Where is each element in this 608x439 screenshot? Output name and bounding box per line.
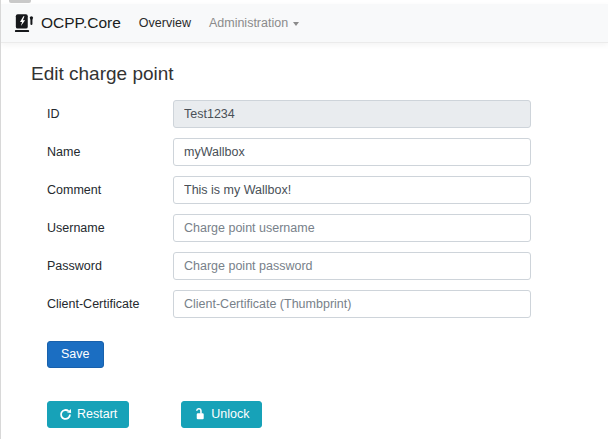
client-certificate-label: Client-Certificate bbox=[47, 297, 173, 311]
nav-links: Overview Administration bbox=[130, 10, 308, 36]
ev-charging-station-icon bbox=[14, 12, 36, 34]
unlock-button-label: Unlock bbox=[211, 407, 249, 422]
form-row-password: Password bbox=[47, 252, 578, 280]
save-button[interactable]: Save bbox=[47, 341, 104, 368]
main-content: Edit charge point ID Name Comment Userna… bbox=[1, 62, 608, 428]
comment-field[interactable] bbox=[173, 176, 531, 204]
charge-point-actions: Restart Unlock bbox=[47, 401, 578, 428]
nav-item-overview[interactable]: Overview bbox=[130, 10, 200, 36]
open-padlock-icon bbox=[193, 408, 206, 421]
id-field bbox=[173, 100, 531, 128]
id-label: ID bbox=[47, 107, 173, 121]
username-label: Username bbox=[47, 221, 173, 235]
administration-label: Administration bbox=[209, 16, 288, 30]
name-label: Name bbox=[47, 145, 173, 159]
brand-link[interactable]: OCPP.Core bbox=[14, 12, 121, 34]
form-row-comment: Comment bbox=[47, 176, 578, 204]
caret-down-icon bbox=[293, 22, 299, 26]
restart-button-label: Restart bbox=[77, 407, 117, 422]
password-field[interactable] bbox=[173, 252, 531, 280]
nav-item-administration-dropdown[interactable]: Administration bbox=[200, 10, 308, 36]
window-edge-artifact bbox=[9, 0, 31, 3]
comment-label: Comment bbox=[47, 183, 173, 197]
restart-arrow-icon bbox=[59, 408, 72, 421]
save-button-label: Save bbox=[61, 347, 90, 362]
brand-label: OCPP.Core bbox=[41, 14, 121, 32]
page-title: Edit charge point bbox=[31, 62, 578, 87]
unlock-button[interactable]: Unlock bbox=[181, 401, 261, 428]
form-row-client-certificate: Client-Certificate bbox=[47, 290, 578, 318]
restart-button[interactable]: Restart bbox=[47, 401, 129, 428]
username-field[interactable] bbox=[173, 214, 531, 242]
name-field[interactable] bbox=[173, 138, 531, 166]
password-label: Password bbox=[47, 259, 173, 273]
form-row-username: Username bbox=[47, 214, 578, 242]
form-row-name: Name bbox=[47, 138, 578, 166]
form-row-id: ID bbox=[47, 100, 578, 128]
navbar: OCPP.Core Overview Administration bbox=[1, 4, 608, 43]
client-certificate-field[interactable] bbox=[173, 290, 531, 318]
